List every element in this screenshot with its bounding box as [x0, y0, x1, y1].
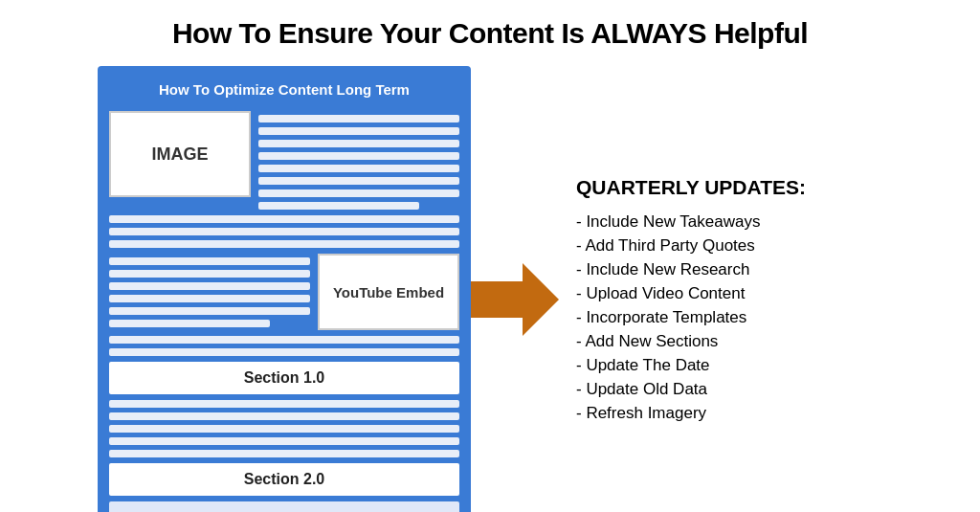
line: [109, 307, 310, 315]
section1-bar: Section 1.0: [109, 362, 459, 394]
list-item: - Upload Video Content: [576, 284, 882, 303]
line: [109, 425, 459, 433]
page-title: How To Ensure Your Content Is ALWAYS Hel…: [172, 17, 808, 49]
line: [109, 412, 459, 420]
line: [258, 115, 459, 122]
list-item: - Include New Takeaways: [576, 212, 882, 232]
line: [109, 400, 459, 408]
list-item: - Update Old Data: [576, 380, 882, 399]
left-lines-youtube: [109, 254, 310, 327]
after-youtube-lines: [109, 336, 459, 356]
image-placeholder: IMAGE: [109, 111, 251, 197]
right-panel: QUARTERLY UPDATES: - Include New Takeawa…: [557, 176, 882, 423]
line: [109, 336, 459, 344]
list-item: - Add Third Party Quotes: [576, 236, 882, 256]
arrow-container: [471, 263, 557, 336]
right-lines-top: [258, 111, 459, 210]
line: [109, 348, 459, 356]
list-item: - Update The Date: [576, 356, 882, 375]
list-item: - Include New Research: [576, 260, 882, 279]
line: [109, 240, 459, 248]
line: [109, 215, 459, 223]
line: [109, 282, 310, 290]
doc-title: How To Optimize Content Long Term: [109, 76, 459, 105]
content-row: How To Optimize Content Long Term IMAGE: [29, 66, 951, 512]
youtube-row: YouTube Embed: [109, 254, 459, 330]
lines-after-section1: [109, 400, 459, 457]
line: [258, 189, 459, 197]
line: [258, 202, 419, 210]
quarterly-list: - Include New Takeaways- Add Third Party…: [576, 212, 882, 423]
list-item: - Add New Sections: [576, 332, 882, 351]
doc-bottom: [109, 501, 459, 512]
list-item: - Refresh Imagery: [576, 404, 882, 423]
line: [258, 127, 459, 135]
line: [109, 270, 310, 278]
line: [109, 437, 459, 445]
middle-lines: [109, 215, 459, 248]
doc-top-row: IMAGE: [109, 111, 459, 210]
line: [109, 450, 459, 457]
line: [258, 152, 459, 160]
line: [109, 295, 310, 302]
quarterly-title: QUARTERLY UPDATES:: [576, 176, 882, 199]
line: [258, 140, 459, 147]
youtube-embed-placeholder: YouTube Embed: [318, 254, 459, 330]
line: [258, 165, 459, 172]
line: [109, 228, 459, 235]
document-mockup: How To Optimize Content Long Term IMAGE: [98, 66, 471, 512]
list-item: - Incorporate Templates: [576, 308, 882, 327]
section2-bar: Section 2.0: [109, 463, 459, 496]
line: [109, 320, 270, 327]
line: [258, 177, 459, 185]
line: [109, 257, 310, 265]
